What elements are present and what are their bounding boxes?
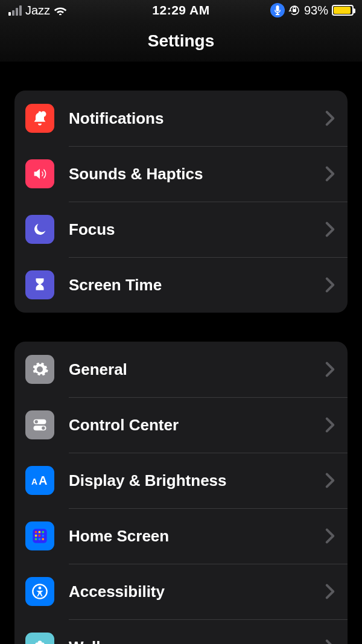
- battery-icon: [332, 5, 354, 16]
- settings-row-notifications[interactable]: Notifications: [14, 91, 348, 146]
- text-size-icon: AA: [25, 466, 54, 495]
- settings-row-label: Accessibility: [69, 582, 325, 601]
- chevron-right-icon: [325, 528, 335, 544]
- settings-row-label: Wallpaper: [69, 638, 325, 645]
- chevron-right-icon: [325, 222, 335, 237]
- settings-row-label: Focus: [69, 220, 325, 239]
- moon-icon: [25, 215, 54, 244]
- svg-rect-17: [42, 538, 45, 541]
- chevron-right-icon: [325, 362, 335, 377]
- svg-rect-11: [42, 531, 45, 534]
- settings-group-1: NotificationsSounds & HapticsFocusScreen…: [14, 91, 348, 313]
- gear-icon: [25, 355, 54, 384]
- speaker-icon: [25, 159, 54, 188]
- settings-row-home-screen[interactable]: Home Screen: [14, 508, 348, 564]
- settings-list: NotificationsSounds & HapticsFocusScreen…: [0, 91, 362, 644]
- figure-icon: [25, 577, 54, 606]
- chevron-right-icon: [325, 584, 335, 599]
- svg-rect-13: [39, 535, 40, 537]
- settings-row-general[interactable]: General: [14, 342, 348, 397]
- bell-icon: [25, 104, 54, 133]
- wifi-icon: [54, 5, 67, 15]
- svg-rect-16: [39, 538, 40, 541]
- svg-rect-10: [39, 531, 40, 534]
- chevron-right-icon: [325, 166, 335, 182]
- svg-rect-15: [35, 538, 37, 541]
- settings-row-screen-time[interactable]: Screen Time: [14, 257, 348, 313]
- chevron-right-icon: [325, 417, 335, 433]
- chevron-right-icon: [325, 277, 335, 293]
- carrier-label: Jazz: [25, 4, 50, 18]
- settings-group-2: GeneralControl CenterAADisplay & Brightn…: [14, 342, 348, 644]
- chevron-right-icon: [325, 473, 335, 488]
- settings-row-accessibility[interactable]: Accessibility: [14, 564, 348, 619]
- svg-rect-0: [293, 9, 296, 12]
- settings-row-label: Control Center: [69, 416, 325, 435]
- settings-row-control-center[interactable]: Control Center: [14, 397, 348, 453]
- settings-row-label: General: [69, 360, 325, 379]
- settings-row-sounds-haptics[interactable]: Sounds & Haptics: [14, 146, 348, 202]
- svg-text:A: A: [31, 477, 37, 486]
- cell-signal-icon: [8, 5, 22, 16]
- settings-row-label: Home Screen: [69, 527, 325, 546]
- svg-rect-12: [35, 535, 37, 537]
- svg-point-5: [42, 427, 45, 430]
- svg-point-19: [39, 587, 42, 590]
- hourglass-icon: [25, 270, 54, 299]
- orientation-lock-icon: [288, 4, 300, 16]
- settings-row-label: Sounds & Haptics: [69, 165, 325, 183]
- svg-rect-14: [42, 535, 45, 537]
- chevron-right-icon: [325, 110, 335, 126]
- battery-percent-label: 93%: [304, 4, 328, 18]
- page-title: Settings: [148, 31, 214, 51]
- microphone-icon: [270, 3, 285, 18]
- settings-row-focus[interactable]: Focus: [14, 202, 348, 257]
- settings-row-display-brightness[interactable]: AADisplay & Brightness: [14, 453, 348, 508]
- settings-row-label: Screen Time: [69, 276, 325, 295]
- svg-point-1: [40, 111, 46, 116]
- settings-row-wallpaper[interactable]: Wallpaper: [14, 619, 348, 644]
- settings-screen: { "status": { "carrier": "Jazz", "time":…: [0, 0, 362, 644]
- svg-rect-9: [35, 531, 37, 534]
- clock-label: 12:29 AM: [152, 3, 209, 18]
- battery-fill: [334, 7, 351, 14]
- grid-icon: [25, 521, 54, 550]
- flower-icon: [25, 633, 54, 644]
- settings-row-label: Display & Brightness: [69, 471, 325, 490]
- status-bar: Jazz 12:29 AM 93%: [0, 0, 362, 21]
- svg-text:A: A: [39, 474, 47, 487]
- chevron-right-icon: [325, 639, 335, 644]
- toggles-icon: [25, 410, 54, 439]
- svg-point-3: [34, 420, 37, 423]
- settings-row-label: Notifications: [69, 109, 325, 128]
- nav-bar: Settings: [0, 21, 362, 62]
